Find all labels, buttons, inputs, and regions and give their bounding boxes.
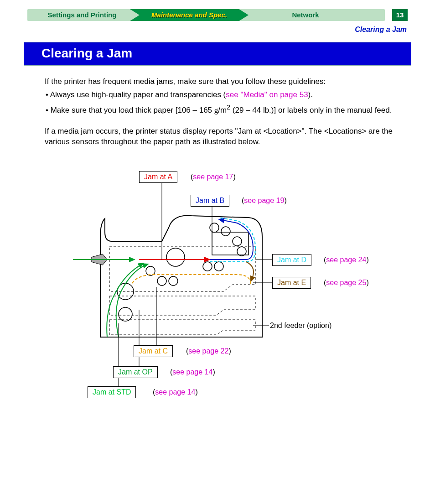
jam-a-box: Jam at A <box>139 171 177 183</box>
page-number-badge: 13 <box>392 9 408 21</box>
bullet-2-sup: 2 <box>227 104 230 111</box>
breadcrumb: Clearing a Jam <box>18 26 417 34</box>
jam-c-ref: (see page 22) <box>186 347 231 355</box>
jam-b-box: Jam at B <box>191 195 229 207</box>
tab-network[interactable]: Network <box>264 9 347 21</box>
jam-e-ref: (see page 25) <box>324 279 369 287</box>
bullet-2: • Make sure that you load thick paper [1… <box>45 103 408 116</box>
page-title: Clearing a Jam <box>24 42 411 66</box>
second-feeder-label: 2nd feeder (option) <box>270 322 331 330</box>
jam-a-ref: (see page 17) <box>191 173 236 181</box>
svg-point-1 <box>210 223 219 232</box>
link-page-14-std[interactable]: see page 14 <box>155 388 195 396</box>
paragraph-2: If a media jam occurs, the printer statu… <box>45 126 408 147</box>
jam-op-ref: (see page 14) <box>170 368 215 376</box>
bullet-2-post: (29 – 44 lb.)] or labels only in the man… <box>230 106 392 114</box>
link-media-page-53[interactable]: see "Media" on page 53 <box>226 90 308 99</box>
jam-std-box: Jam at STD <box>88 386 136 398</box>
tab-maintenance-and-spec[interactable]: Maintenance and Spec. <box>130 9 249 21</box>
svg-point-10 <box>169 276 178 286</box>
svg-point-12 <box>119 307 132 321</box>
jam-d-box: Jam at D <box>272 254 311 266</box>
link-page-22[interactable]: see page 22 <box>188 347 228 355</box>
link-page-19[interactable]: see page 19 <box>244 197 284 204</box>
tab-active-label: Maintenance and Spec. <box>130 9 249 21</box>
jam-e-box: Jam at E <box>272 277 311 289</box>
jam-c-box: Jam at C <box>134 345 173 357</box>
svg-point-4 <box>237 247 246 256</box>
link-page-14-op[interactable]: see page 14 <box>172 368 212 376</box>
svg-point-3 <box>233 237 242 246</box>
svg-point-2 <box>221 227 230 236</box>
svg-point-5 <box>166 248 185 266</box>
jam-d-ref: (see page 24) <box>324 256 369 264</box>
svg-point-9 <box>157 276 166 286</box>
link-page-25[interactable]: see page 25 <box>326 279 366 286</box>
bullet-2-unit-m: /m <box>218 106 227 114</box>
tab-settings-and-printing[interactable]: Settings and Printing <box>32 9 132 21</box>
jam-std-ref: (see page 14) <box>153 388 198 396</box>
bullet-1-post: ). <box>308 90 313 99</box>
top-nav: Settings and Printing Maintenance and Sp… <box>18 9 417 23</box>
bullet-1: • Always use high-quality paper and tran… <box>45 90 408 100</box>
bullet-2-pre: • Make sure that you load thick paper [1… <box>46 106 214 114</box>
intro-paragraph: If the printer has frequent media jams, … <box>45 77 408 87</box>
svg-rect-0 <box>212 232 249 255</box>
jam-op-box: Jam at OP <box>113 366 158 378</box>
svg-point-8 <box>214 262 223 271</box>
link-page-24[interactable]: see page 24 <box>326 256 366 264</box>
svg-point-7 <box>203 262 212 271</box>
bullet-1-pre: • Always use high-quality paper and tran… <box>46 90 226 99</box>
link-page-17[interactable]: see page 17 <box>193 173 233 181</box>
body-text: If the printer has frequent media jams, … <box>45 77 408 147</box>
paper-path-diagram: Jam at A (see page 17) Jam at B (see pag… <box>73 168 383 405</box>
jam-b-ref: (see page 19) <box>242 197 287 205</box>
